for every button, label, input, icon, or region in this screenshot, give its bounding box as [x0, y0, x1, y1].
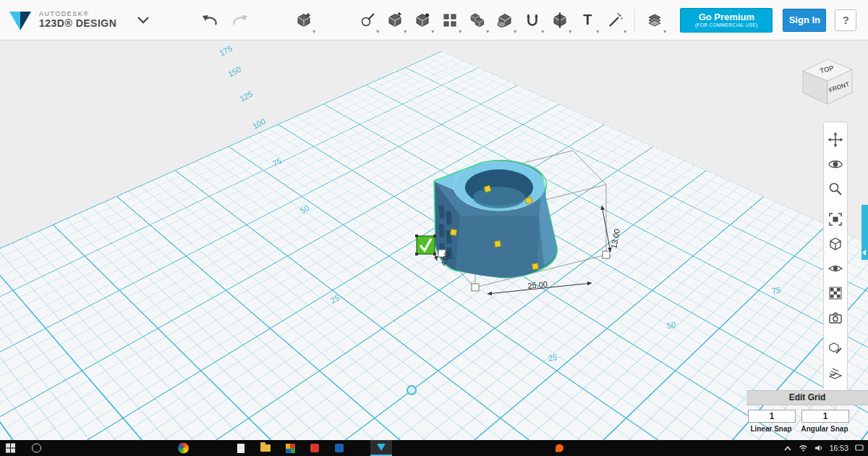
- angular-snap-input[interactable]: [801, 410, 849, 423]
- linear-snap-input[interactable]: [748, 410, 796, 423]
- taskbar-app-document[interactable]: [236, 443, 246, 453]
- taskbar-app-blue[interactable]: [334, 443, 344, 453]
- combine-icon: [497, 12, 513, 28]
- brand-product: 123D® DESIGN: [39, 18, 116, 29]
- redo-icon: [231, 14, 249, 27]
- photos-icon: [286, 444, 295, 453]
- start-button[interactable]: [6, 444, 15, 453]
- shading-cube-icon: [827, 236, 843, 252]
- viewport-scrollbar[interactable]: [861, 205, 868, 260]
- caret-up-icon: [783, 445, 792, 452]
- sketch-cube-icon: [827, 340, 843, 356]
- taskbar-app-photos[interactable]: [285, 443, 295, 453]
- eye-icon: [827, 261, 843, 276]
- confirm-check-button[interactable]: [415, 235, 436, 256]
- selected-model[interactable]: 25.00 13.00 4.00: [391, 130, 651, 311]
- visibility-button[interactable]: [826, 259, 845, 278]
- sketch-visibility-button[interactable]: [826, 339, 845, 358]
- news-flame-icon: [556, 444, 563, 452]
- system-tray: 16:53: [783, 444, 864, 452]
- sketch-icon: [359, 12, 375, 28]
- red-app-icon: [310, 444, 319, 452]
- pan-icon: [827, 132, 843, 148]
- zoom-button[interactable]: [826, 180, 845, 198]
- hidden-icons-button[interactable]: [783, 445, 792, 452]
- dimension-height-label: 13.00: [609, 228, 621, 249]
- top-toolbar: AUTODESK® 123D® DESIGN ▾ ▾: [0, 0, 868, 41]
- undo-button[interactable]: [199, 8, 221, 33]
- clock[interactable]: 16:53: [830, 444, 848, 452]
- pinned-apps: [236, 443, 344, 453]
- materials-button[interactable]: [826, 284, 845, 303]
- action-center-button[interactable]: [855, 444, 864, 452]
- tool-split[interactable]: ▾: [546, 5, 574, 35]
- blue-app-icon: [335, 444, 344, 452]
- search-button[interactable]: [32, 444, 41, 453]
- notification-icon: [855, 444, 864, 452]
- main-menu-chevron-icon[interactable]: [132, 8, 154, 33]
- material-stack-icon: [647, 12, 663, 28]
- news-widget-button[interactable]: [556, 444, 563, 452]
- search-circle-icon: [32, 444, 41, 453]
- navigation-toolbar: [823, 122, 848, 391]
- tool-pattern[interactable]: ▾: [436, 5, 464, 35]
- orbit-icon: [827, 156, 843, 172]
- linear-snap-label: Linear Snap: [746, 425, 796, 433]
- go-premium-label: Go Premium: [699, 12, 754, 22]
- edit-grid-panel: Edit Grid Linear Snap Angular Snap: [746, 390, 868, 433]
- screenshot-button[interactable]: [826, 308, 845, 327]
- go-premium-button[interactable]: Go Premium (FOR COMMERCIAL USE): [680, 8, 773, 33]
- edit-grid-title[interactable]: Edit Grid: [746, 390, 868, 405]
- tool-grouping[interactable]: ▾: [464, 5, 491, 35]
- app-logo[interactable]: AUTODESK® 123D® DESIGN: [0, 8, 116, 33]
- tool-combine[interactable]: ▾: [491, 5, 519, 35]
- pattern-icon: [442, 12, 458, 28]
- tool-modify[interactable]: ▾: [409, 5, 436, 35]
- tool-snap[interactable]: ▾: [519, 5, 546, 35]
- wifi-icon: [799, 444, 808, 452]
- 3d-viewport[interactable]: 175 150 125 100 75 50 25 25 50 75: [0, 41, 868, 440]
- pan-button[interactable]: [826, 130, 845, 149]
- construct-icon: [387, 12, 403, 28]
- fit-view-icon: [827, 211, 843, 227]
- modify-icon: [414, 12, 430, 28]
- app-window: { "brand": { "maker": "AUTODESK\u00ae", …: [0, 0, 868, 456]
- tool-material[interactable]: ▾: [641, 5, 668, 35]
- tool-measure[interactable]: ▾: [601, 5, 629, 35]
- taskbar-app-red[interactable]: [310, 443, 320, 453]
- sign-in-button[interactable]: Sign In: [783, 9, 826, 32]
- taskbar-app-explorer[interactable]: [260, 443, 271, 453]
- taskbar-app-123d-active[interactable]: [370, 440, 392, 456]
- dimension-width-label: 25.00: [527, 279, 548, 290]
- tool-text[interactable]: T ▾: [574, 5, 601, 35]
- fit-view-button[interactable]: [826, 210, 845, 229]
- grid-label: 75: [771, 285, 781, 295]
- model-body[interactable]: [434, 161, 557, 278]
- tool-primitives[interactable]: ▾: [290, 5, 318, 35]
- folder-icon: [260, 444, 271, 452]
- redo-button[interactable]: [229, 8, 251, 33]
- 123d-taskbar-icon: [377, 444, 386, 451]
- undo-icon: [201, 14, 218, 27]
- shading-button[interactable]: [826, 235, 845, 253]
- toolbar-divider: [634, 9, 635, 32]
- split-icon: [552, 12, 568, 28]
- grid-visibility-button[interactable]: [826, 363, 845, 382]
- windows-logo-icon: [6, 444, 15, 453]
- document-icon: [237, 444, 244, 453]
- camera-icon: [827, 310, 843, 326]
- grid-label: 50: [666, 320, 676, 330]
- tool-sketch[interactable]: ▾: [354, 5, 381, 35]
- help-button[interactable]: ?: [835, 9, 856, 31]
- view-cube[interactable]: TOP FRONT: [793, 51, 859, 110]
- tool-construct[interactable]: ▾: [381, 5, 409, 35]
- network-button[interactable]: [799, 444, 808, 452]
- volume-button[interactable]: [814, 444, 823, 452]
- taskbar-app-image[interactable]: [178, 443, 189, 454]
- windows-taskbar: 16:53: [0, 440, 868, 456]
- orbit-button[interactable]: [826, 155, 845, 174]
- tool-group: ▾ ▾ ▾ ▾ ▾ ▾: [354, 5, 629, 35]
- go-premium-subtitle: (FOR COMMERCIAL USE): [695, 22, 758, 28]
- 123d-logo-icon: [7, 8, 33, 33]
- brand-text: AUTODESK® 123D® DESIGN: [39, 11, 116, 28]
